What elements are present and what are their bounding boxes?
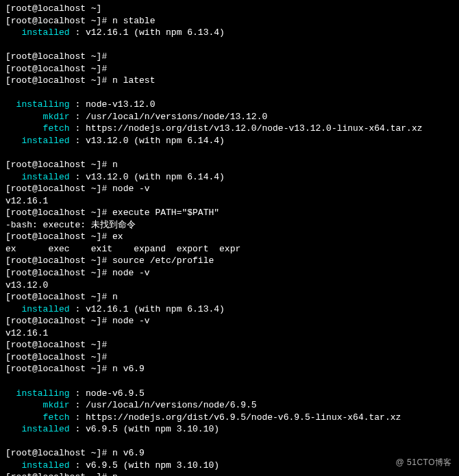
terminal-line: fetch : https://nodejs.org/dist/v13.12.0… [5, 123, 454, 135]
terminal-line: [root@localhost ~]# n [5, 471, 454, 476]
terminal-line [5, 436, 454, 448]
terminal-line: -bash: execute: 未找到命令 [5, 219, 454, 231]
terminal-line [5, 39, 454, 51]
terminal-line: [root@localhost ~]# node -v [5, 267, 454, 279]
terminal-line [5, 87, 454, 99]
terminal-output: [root@localhost ~][root@localhost ~]# n … [5, 3, 454, 476]
terminal-line: [root@localhost ~]# node -v [5, 315, 454, 327]
terminal-line: fetch : https://nodejs.org/dist/v6.9.5/n… [5, 412, 454, 424]
terminal-line: mkdir : /usr/local/n/versions/node/13.12… [5, 111, 454, 123]
terminal-line: installed : v6.9.5 (with npm 3.10.10) [5, 423, 454, 436]
terminal-line: [root@localhost ~]# ex [5, 231, 454, 243]
terminal-line: v13.12.0 [5, 279, 454, 292]
terminal-line: ex exec exit expand export expr [5, 243, 454, 255]
terminal-line: installed : v13.12.0 (with npm 6.14.4) [5, 171, 454, 184]
terminal-line [5, 375, 454, 388]
terminal-line: installed : v13.12.0 (with npm 6.14.4) [5, 135, 454, 147]
terminal-line [5, 147, 454, 160]
terminal-line: [root@localhost ~]# n stable [5, 15, 454, 27]
terminal-line: installing : node-v6.9.5 [5, 388, 454, 400]
terminal-line: [root@localhost ~]# n [5, 159, 454, 171]
terminal-line: [root@localhost ~]# n v6.9 [5, 363, 454, 375]
terminal-line: [root@localhost ~]# node -v [5, 183, 454, 195]
terminal-line: [root@localhost ~]# execute PATH="$PATH" [5, 207, 454, 219]
terminal-line: [root@localhost ~]# [5, 51, 454, 63]
watermark: @ 51CTO博客 [396, 457, 452, 468]
terminal-line: mkdir : /usr/local/n/versions/node/6.9.5 [5, 399, 454, 412]
terminal-line: [root@localhost ~] [5, 3, 454, 15]
terminal-line: v12.16.1 [5, 195, 454, 208]
terminal-line: [root@localhost ~]# n latest [5, 75, 454, 87]
terminal-line: installed : v6.9.5 (with npm 3.10.10) [5, 460, 454, 472]
terminal-line: v12.16.1 [5, 327, 454, 340]
terminal-line: [root@localhost ~]# n v6.9 [5, 447, 454, 460]
terminal-line: [root@localhost ~]# [5, 351, 454, 364]
terminal-line: [root@localhost ~]# n [5, 291, 454, 303]
terminal-line: installed : v12.16.1 (with npm 6.13.4) [5, 303, 454, 316]
terminal-line: [root@localhost ~]# source /etc/profile [5, 255, 454, 267]
terminal-line: installed : v12.16.1 (with npm 6.13.4) [5, 27, 454, 39]
terminal-line: [root@localhost ~]# [5, 339, 454, 351]
terminal-line: installing : node-v13.12.0 [5, 99, 454, 111]
terminal-line: [root@localhost ~]# [5, 63, 454, 75]
